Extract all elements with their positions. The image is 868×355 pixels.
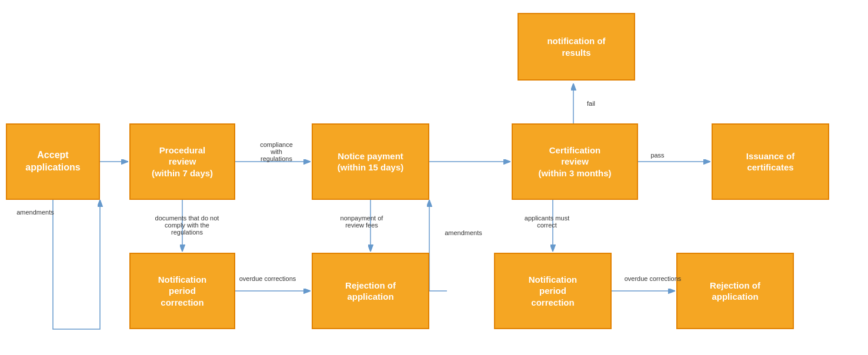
amendments-2-label: amendments: [434, 229, 493, 236]
notification-results-box: notification ofresults: [518, 13, 635, 81]
fail-label: fail: [579, 100, 603, 107]
issuance-certificates-box: Issuance ofcertificates: [712, 123, 829, 200]
rejection-application-2-box: Rejection ofapplication: [676, 253, 794, 329]
applicants-correct-label: applicants mustcorrect: [509, 215, 585, 229]
procedural-review-box: Proceduralreview(within 7 days): [129, 123, 235, 200]
notification-correction-2-box: Notificationperiodcorrection: [494, 253, 612, 329]
certification-review-box: Certificationreview(within 3 months): [512, 123, 638, 200]
pass-label: pass: [640, 152, 675, 159]
rejection-application-1-box: Rejection ofapplication: [312, 253, 429, 329]
notice-payment-box: Notice payment(within 15 days): [312, 123, 429, 200]
accept-applications-box: Accept applications: [6, 123, 100, 200]
notification-correction-1-box: Notificationperiodcorrection: [129, 253, 235, 329]
amendments-label: amendments: [12, 209, 59, 216]
overdue-corrections-2-label: overdue corrections: [615, 275, 691, 282]
diagram: Accept applications Proceduralreview(wit…: [0, 0, 868, 355]
documents-label: documents that do notcomply with theregu…: [146, 215, 228, 236]
compliance-label: compliancewithregulations: [244, 141, 309, 162]
nonpayment-label: nonpayment ofreview fees: [321, 215, 403, 229]
overdue-corrections-1-label: overdue corrections: [229, 275, 306, 282]
